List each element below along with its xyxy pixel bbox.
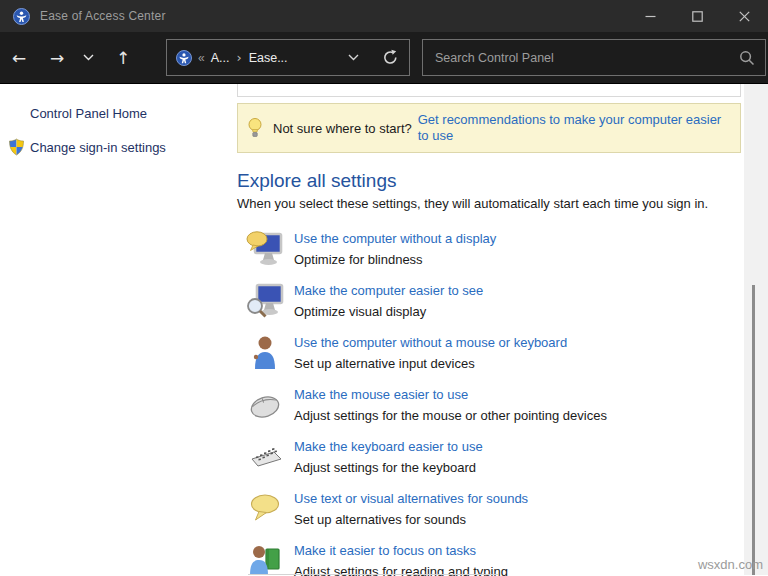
setting-make-computer-easier-to-see: Make the computer easier to see Optimize…: [245, 275, 765, 327]
search-input[interactable]: [435, 51, 739, 65]
search-box: [422, 39, 766, 76]
recent-pages-button[interactable]: [74, 41, 102, 75]
magnifier-monitor-icon: [245, 281, 285, 321]
address-bar[interactable]: « A... › Ease...: [166, 39, 410, 76]
person-icon: [245, 333, 285, 373]
keyboard-icon: [245, 437, 285, 477]
minimize-icon: [645, 11, 656, 22]
explore-description: When you select these settings, they wil…: [237, 196, 765, 211]
ease-of-access-window: Ease of Access Center ← → ↑ «: [0, 0, 768, 576]
setting-link[interactable]: Use the computer without a display: [294, 228, 496, 249]
recommendations-notice: Not sure where to start? Get recommendat…: [237, 103, 741, 153]
watermark: wsxdn.com: [698, 557, 763, 572]
scrolled-panel-edge: [237, 84, 741, 97]
up-button[interactable]: ↑: [106, 41, 140, 75]
setting-subtitle: Set up alternatives for sounds: [294, 509, 528, 530]
narrator-monitor-icon: [245, 229, 285, 269]
setting-subtitle: Optimize visual display: [294, 301, 483, 322]
address-dropdown-button[interactable]: [348, 54, 359, 61]
navigation-bar: ← → ↑ « A... › Ease...: [0, 32, 768, 84]
minimize-button[interactable]: [627, 0, 674, 32]
sidebar-item-label: Change sign-in settings: [30, 140, 166, 155]
window-title: Ease of Access Center: [40, 9, 166, 23]
maximize-icon: [692, 11, 703, 22]
forward-button[interactable]: →: [40, 41, 74, 75]
uac-shield-icon: [8, 138, 25, 156]
main-panel: Not sure where to start? Get recommendat…: [232, 84, 768, 575]
setting-text: Use the computer without a mouse or keyb…: [294, 332, 567, 374]
sidebar-item-label: Control Panel Home: [30, 106, 147, 121]
close-button[interactable]: [721, 0, 768, 32]
setting-make-it-easier-to-focus-on-tasks: Make it easier to focus on tasks Adjust …: [245, 535, 765, 576]
person-book-icon: [245, 541, 285, 576]
setting-link[interactable]: Use text or visual alternatives for soun…: [294, 488, 528, 509]
light-bulb-icon: [248, 117, 262, 140]
setting-subtitle: Set up alternative input devices: [294, 353, 567, 374]
setting-text: Make the keyboard easier to use Adjust s…: [294, 436, 483, 478]
close-icon: [739, 11, 750, 22]
setting-subtitle: Adjust settings for the mouse or other p…: [294, 405, 607, 426]
setting-use-text-or-visual-alternatives-for-sounds: Use text or visual alternatives for soun…: [245, 483, 765, 535]
notice-prompt: Not sure where to start?: [273, 121, 412, 136]
breadcrumb-separator: ›: [236, 50, 241, 65]
ease-of-access-icon: [13, 8, 30, 25]
setting-text: Make the mouse easier to use Adjust sett…: [294, 384, 607, 426]
scrollbar-track[interactable]: [744, 84, 768, 575]
title-bar: Ease of Access Center: [0, 0, 768, 32]
setting-make-mouse-easier-to-use: Make the mouse easier to use Adjust sett…: [245, 379, 765, 431]
chevron-down-icon: [83, 54, 94, 61]
setting-subtitle: Optimize for blindness: [294, 249, 496, 270]
breadcrumb-overflow-chevrons[interactable]: «: [198, 51, 205, 65]
setting-link[interactable]: Make it easier to focus on tasks: [294, 540, 508, 561]
sidebar: Control Panel Home Change sign-in settin…: [0, 84, 232, 575]
setting-subtitle: Adjust settings for the keyboard: [294, 457, 483, 478]
setting-text: Use the computer without a display Optim…: [294, 228, 496, 270]
refresh-button[interactable]: [379, 47, 401, 69]
setting-link[interactable]: Make the keyboard easier to use: [294, 436, 483, 457]
sidebar-item-control-panel-home[interactable]: Control Panel Home: [0, 106, 232, 121]
setting-link[interactable]: Make the mouse easier to use: [294, 384, 607, 405]
setting-use-computer-without-mouse-or-keyboard: Use the computer without a mouse or keyb…: [245, 327, 765, 379]
scrollbar-thumb[interactable]: [752, 285, 755, 575]
back-arrow-icon: ←: [12, 48, 26, 68]
setting-text: Use text or visual alternatives for soun…: [294, 488, 528, 530]
setting-make-keyboard-easier-to-use: Make the keyboard easier to use Adjust s…: [245, 431, 765, 483]
setting-text: Make it easier to focus on tasks Adjust …: [294, 540, 508, 576]
setting-use-computer-without-display: Use the computer without a display Optim…: [245, 223, 765, 275]
window-controls: [627, 0, 768, 32]
forward-arrow-icon: →: [50, 48, 64, 68]
ease-of-access-icon: [176, 50, 192, 66]
settings-list: Use the computer without a display Optim…: [245, 223, 765, 576]
setting-text: Make the computer easier to see Optimize…: [294, 280, 483, 322]
explore-all-settings-heading: Explore all settings: [237, 170, 765, 192]
get-recommendations-link[interactable]: Get recommendations to make your compute…: [418, 112, 730, 144]
scrolled-bottom-edge: [248, 574, 498, 575]
breadcrumb-root[interactable]: A...: [211, 51, 230, 65]
chevron-down-icon: [348, 54, 359, 61]
setting-link[interactable]: Use the computer without a mouse or keyb…: [294, 332, 567, 353]
refresh-icon: [382, 49, 399, 66]
magnifier-icon[interactable]: [739, 50, 755, 66]
content-area: Control Panel Home Change sign-in settin…: [0, 84, 768, 575]
speech-bubble-icon: [245, 489, 285, 529]
mouse-icon: [245, 385, 285, 425]
setting-link[interactable]: Make the computer easier to see: [294, 280, 483, 301]
up-arrow-icon: ↑: [116, 48, 130, 68]
back-button[interactable]: ←: [2, 41, 36, 75]
breadcrumb-current[interactable]: Ease...: [249, 51, 288, 65]
maximize-button[interactable]: [674, 0, 721, 32]
sidebar-item-change-sign-in-settings[interactable]: Change sign-in settings: [0, 138, 232, 156]
